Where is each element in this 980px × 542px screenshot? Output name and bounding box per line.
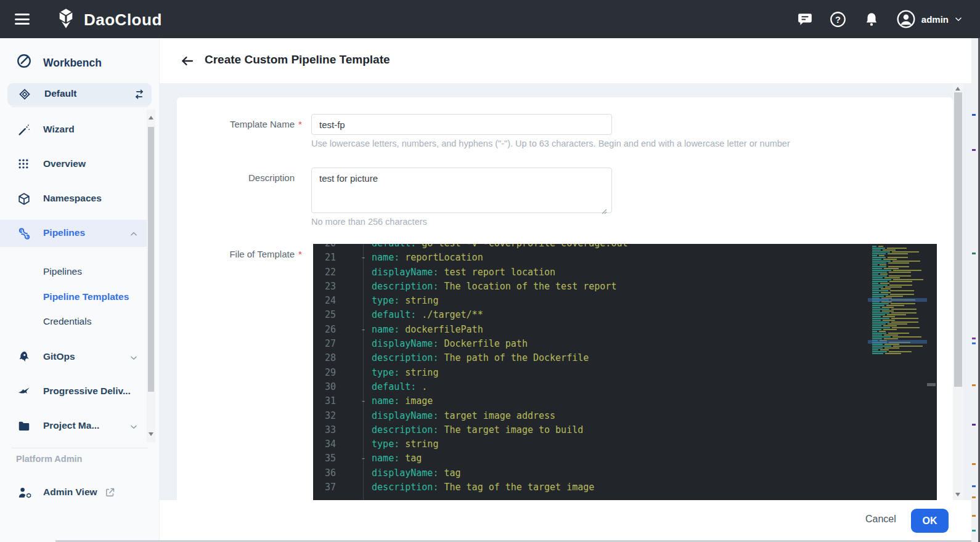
template-name-input[interactable] — [311, 114, 612, 135]
page-title: Create Custom Pipeline Template — [205, 53, 390, 67]
sidebar-item-gitops[interactable]: GitOps — [0, 344, 147, 371]
code-line: 36 displayName: tag — [313, 466, 937, 480]
content-scrollbar[interactable] — [953, 83, 963, 500]
sidebar-item-workbench[interactable]: Workbench — [0, 52, 159, 76]
template-name-hint: Use lowercase letters, numbers, and hyph… — [311, 139, 790, 148]
namespaces-icon — [17, 192, 31, 208]
description-hint: No more than 256 characters — [311, 217, 427, 227]
scrollbar-thumb[interactable] — [954, 92, 962, 387]
external-link-icon — [105, 487, 115, 500]
avatar — [896, 9, 916, 29]
gitops-rocket-icon — [17, 350, 31, 366]
chevron-up-icon — [129, 230, 138, 241]
code-line: 20 default: go test -v -coverprofile cov… — [313, 244, 937, 251]
editor-scrollbar-thumb[interactable] — [927, 383, 936, 386]
required-asterisk: * — [298, 114, 302, 135]
chevron-down-icon — [954, 15, 963, 23]
workbench-icon — [16, 53, 32, 71]
screen-edge-artifact — [971, 38, 980, 542]
code-line: 28 description: The path of the Dockerfi… — [313, 351, 937, 365]
sidebar: Workbench Default Wizard — [0, 38, 160, 542]
yaml-code-editor[interactable]: 20 default: go test -v -coverprofile cov… — [313, 244, 937, 500]
code-line: 24 type: string — [313, 294, 937, 308]
sidebar-subitem-pipelines[interactable]: Pipelines — [0, 260, 147, 285]
username: admin — [921, 14, 949, 25]
code-line: 31- name: image — [313, 394, 937, 408]
scrollbar-thumb[interactable] — [148, 127, 154, 392]
ok-button[interactable]: OK — [911, 509, 949, 533]
template-name-label: Template Name — [177, 114, 295, 135]
content-area: Template Name * Use lowercase letters, n… — [159, 83, 980, 500]
code-line: 21- name: reportLocation — [313, 251, 937, 265]
description-textarea[interactable]: test for picture — [311, 168, 612, 213]
code-line: 37 description: The tag of the target im… — [313, 480, 937, 495]
app-window: DaoCloud ? admin Workbench — [0, 0, 980, 542]
workspace-selector[interactable]: Default — [7, 83, 152, 106]
chevron-down-icon — [129, 423, 138, 434]
sidebar-scrollbar[interactable] — [147, 110, 155, 442]
switch-workspace-icon[interactable] — [133, 88, 145, 103]
code-line: 32 displayName: target image address — [313, 409, 937, 423]
code-line: 29 type: string — [313, 366, 937, 380]
daocloud-logo-icon — [54, 7, 78, 33]
page-header: Create Custom Pipeline Template — [159, 38, 980, 83]
brand[interactable]: DaoCloud — [54, 7, 162, 33]
minimap-highlight — [868, 298, 927, 302]
required-asterisk: * — [298, 244, 302, 265]
minimap-highlight — [868, 340, 927, 344]
scroll-up-icon[interactable] — [955, 87, 960, 91]
menu-icon[interactable] — [15, 14, 30, 25]
sidebar-item-pipelines[interactable]: Pipelines — [0, 220, 147, 247]
pipelines-icon — [17, 227, 31, 243]
svg-text:?: ? — [835, 14, 841, 24]
code-line: 30 default: . — [313, 380, 937, 394]
code-line: 26- name: dockerfilePath — [313, 323, 937, 337]
overview-icon — [17, 158, 30, 172]
scroll-down-icon[interactable] — [149, 432, 153, 436]
wizard-icon — [17, 123, 31, 139]
admin-view-icon — [17, 486, 31, 503]
brand-name: DaoCloud — [84, 10, 162, 30]
code-lines: 20 default: go test -v -coverprofile cov… — [313, 244, 937, 495]
bell-icon[interactable] — [863, 10, 880, 28]
sidebar-item-overview[interactable]: Overview — [0, 151, 147, 178]
scroll-down-icon[interactable] — [955, 493, 960, 496]
chevron-down-icon — [129, 354, 138, 365]
topbar: DaoCloud ? admin — [0, 0, 980, 38]
section-platform-admin: Platform Admin — [16, 454, 82, 464]
back-arrow-icon[interactable] — [180, 54, 195, 71]
sidebar-subitem-pipeline-templates[interactable]: Pipeline Templates — [0, 285, 147, 310]
description-label: Description — [177, 168, 295, 188]
divider — [12, 448, 148, 448]
help-icon[interactable]: ? — [830, 10, 847, 28]
sidebar-item-namespaces[interactable]: Namespaces — [0, 185, 147, 212]
workspace-icon — [18, 87, 31, 103]
folder-icon — [17, 419, 31, 435]
sidebar-item-progressive-delivery[interactable]: Progressive Deliv... — [0, 378, 147, 405]
file-of-template-label: File of Template — [177, 244, 295, 265]
code-line: 22 displayName: test report location — [313, 265, 937, 280]
form-card: Template Name * Use lowercase letters, n… — [177, 97, 953, 506]
scroll-up-icon[interactable] — [149, 116, 153, 119]
form-footer: Cancel OK — [159, 500, 980, 542]
sidebar-item-wizard[interactable]: Wizard — [0, 116, 147, 144]
code-line: 23 description: The location of the test… — [313, 280, 937, 294]
code-line: 33 description: The target image to buil… — [313, 423, 937, 437]
code-line: 35- name: tag — [313, 451, 937, 466]
bird-icon — [17, 385, 31, 401]
message-icon[interactable] — [796, 10, 814, 28]
sidebar-item-project-management[interactable]: Project Ma... — [0, 413, 147, 440]
cancel-button[interactable]: Cancel — [862, 513, 900, 525]
code-line: 27 displayName: Dockerfile path — [313, 337, 937, 351]
sidebar-subitem-credentials[interactable]: Credentials — [0, 310, 147, 334]
code-line: 25 default: ./target/** — [313, 308, 937, 322]
user-menu[interactable]: admin — [896, 9, 963, 29]
sidebar-item-admin-view[interactable]: Admin View — [0, 479, 147, 506]
code-line: 34 type: string — [313, 437, 937, 451]
divider — [12, 107, 148, 107]
